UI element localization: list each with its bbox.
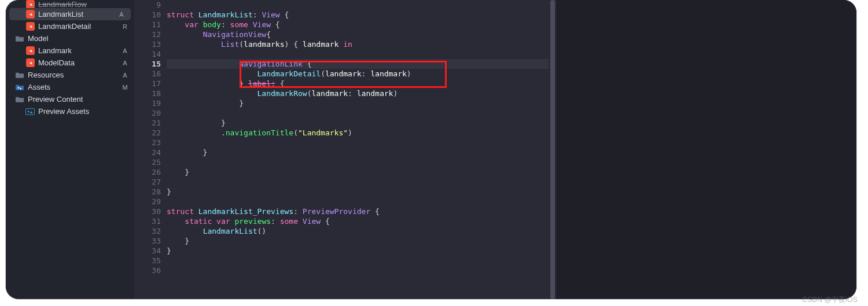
line-number: 9 [134, 0, 161, 10]
nav-item-landmarkdetail[interactable]: LandmarkDetailR [6, 20, 134, 32]
scrollbar-thumb[interactable] [550, 0, 555, 299]
line-number: 30 [134, 207, 161, 216]
svg-rect-6 [25, 108, 34, 114]
nav-item-landmarkrow[interactable]: LandmarkRow [6, 0, 134, 8]
nav-item-label: Assets [28, 83, 119, 91]
folder-icon [15, 95, 24, 104]
line-number: 18 [134, 89, 161, 98]
scm-status-badge: M [122, 84, 128, 91]
code-line[interactable]: LandmarkDetail(landmark: landmark) [167, 69, 549, 79]
line-number: 22 [134, 128, 161, 138]
line-number: 16 [134, 69, 161, 79]
line-number: 26 [134, 167, 161, 177]
code-line[interactable] [167, 49, 549, 59]
line-number: 15 [134, 59, 161, 69]
nav-item-label: Preview Content [28, 95, 119, 104]
folder-icon [15, 71, 24, 80]
code-line[interactable] [167, 108, 549, 118]
preview-icon [25, 107, 35, 116]
code-line[interactable] [167, 197, 549, 207]
line-number: 13 [134, 39, 161, 49]
nav-item-assets[interactable]: AssetsM [6, 81, 134, 93]
code-editor[interactable]: 9101112131415161718192021222324252627282… [134, 0, 549, 299]
nav-item-preview-assets[interactable]: Preview Assets [6, 105, 134, 117]
editor-scrollbar[interactable] [549, 0, 557, 299]
line-number: 24 [134, 148, 161, 157]
code-line[interactable] [167, 0, 549, 10]
canvas-preview-pane[interactable] [557, 0, 856, 299]
nav-item-resources[interactable]: ResourcesA [6, 69, 134, 81]
code-line[interactable] [167, 157, 549, 167]
swift-icon [25, 22, 35, 31]
code-line[interactable]: static var previews: some View { [167, 216, 549, 226]
scm-status-badge: A [118, 11, 125, 18]
project-navigator[interactable]: LandmarkRowLandmarkListALandmarkDetailRM… [6, 0, 134, 299]
line-number: 25 [134, 157, 161, 167]
line-number: 33 [134, 236, 161, 246]
nav-item-label: Resources [28, 71, 119, 79]
code-line[interactable]: } [167, 118, 549, 128]
scm-status-badge: A [122, 47, 128, 54]
line-number: 29 [134, 197, 161, 207]
swift-icon [25, 0, 35, 8]
nav-item-label: ModelData [38, 58, 119, 67]
code-line[interactable]: NavigationView{ [167, 30, 549, 39]
scm-status-badge: A [122, 60, 128, 67]
nav-item-label: Model [28, 34, 119, 43]
xcode-window: LandmarkRowLandmarkListALandmarkDetailRM… [6, 0, 856, 299]
code-line[interactable]: } [167, 98, 549, 108]
line-number: 28 [134, 187, 161, 197]
folder-icon [15, 34, 24, 43]
scm-status-badge: A [122, 72, 128, 79]
swift-icon [25, 58, 35, 68]
nav-item-landmark[interactable]: LandmarkA [6, 45, 134, 57]
code-line[interactable] [167, 138, 549, 148]
line-number: 17 [134, 79, 161, 89]
line-number: 35 [134, 256, 161, 266]
line-number: 31 [134, 216, 161, 226]
nav-item-landmarklist[interactable]: LandmarkListA [9, 8, 131, 20]
line-number: 27 [134, 177, 161, 187]
code-line[interactable]: } label: { [167, 79, 549, 89]
line-number: 36 [134, 266, 161, 275]
scm-status-badge: R [122, 23, 128, 30]
nav-item-modeldata[interactable]: ModelDataA [6, 57, 134, 69]
nav-item-preview-content[interactable]: Preview Content [6, 93, 134, 105]
line-number-gutter: 9101112131415161718192021222324252627282… [134, 0, 167, 299]
swift-icon [25, 46, 35, 56]
svg-point-5 [17, 87, 19, 89]
code-line[interactable]: } [167, 187, 549, 197]
line-number: 34 [134, 246, 161, 256]
code-content[interactable]: struct LandmarkList: View { var body: so… [167, 0, 549, 299]
code-line[interactable]: var body: some View { [167, 20, 549, 30]
line-number: 21 [134, 118, 161, 128]
code-line[interactable]: List(landmarks) { landmark in [167, 39, 549, 49]
swift-icon [25, 10, 35, 19]
nav-item-label: LandmarkDetail [38, 22, 119, 31]
code-line[interactable]: .navigationTitle("Landmarks") [167, 128, 549, 138]
code-line[interactable]: } [167, 236, 549, 246]
code-line[interactable]: struct LandmarkList: View { [167, 10, 549, 20]
line-number: 32 [134, 226, 161, 236]
line-number: 23 [134, 138, 161, 148]
svg-point-7 [28, 110, 30, 112]
code-line[interactable]: LandmarkList() [167, 226, 549, 236]
code-line[interactable] [167, 256, 549, 266]
editor-pane: 9101112131415161718192021222324252627282… [134, 0, 856, 299]
nav-item-model[interactable]: Model [6, 32, 134, 45]
line-number: 14 [134, 49, 161, 59]
line-number: 19 [134, 98, 161, 108]
code-line[interactable]: struct LandmarkList_Previews: PreviewPro… [167, 207, 549, 216]
nav-item-label: Landmark [38, 46, 119, 55]
code-line[interactable] [167, 266, 549, 275]
nav-item-label: LandmarkList [38, 10, 116, 19]
code-line[interactable]: NavigationLink { [167, 59, 549, 69]
code-line[interactable]: LandmarkRow(landmark: landmark) [167, 89, 549, 98]
code-line[interactable]: } [167, 148, 549, 157]
code-line[interactable] [167, 177, 549, 187]
line-number: 12 [134, 30, 161, 39]
assets-icon [15, 83, 24, 92]
nav-item-label: LandmarkRow [38, 0, 119, 8]
code-line[interactable]: } [167, 167, 549, 177]
code-line[interactable]: } [167, 246, 549, 256]
